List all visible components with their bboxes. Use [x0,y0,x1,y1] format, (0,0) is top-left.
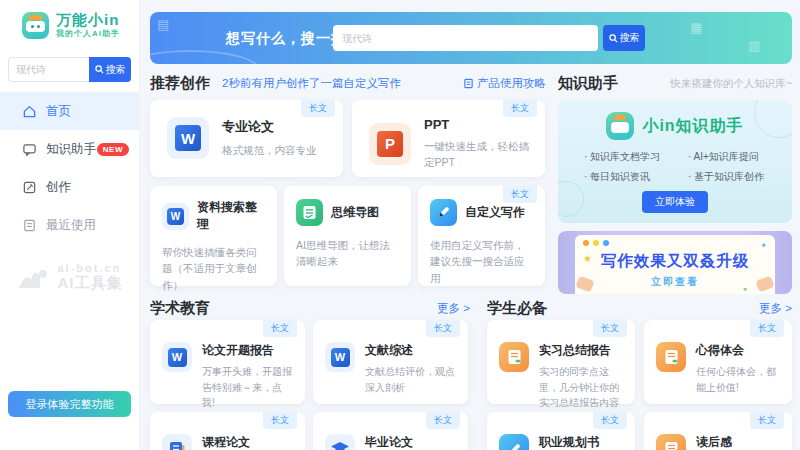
main-content: ▤ ▦ ▥ 想写什么，搜一搜 搜索 推荐创作 2秒前有用户创作了一篇自定义写作 … [140,0,800,450]
report-leaf-icon [656,342,686,372]
knowledge-title: 知识助手 [558,74,618,93]
app-logo[interactable]: 万能小in 我的个人AI助手 [0,0,139,49]
word-icon: W [325,342,355,372]
long-text-badge: 长文 [750,320,784,337]
promo-banner[interactable]: ★ ✦ ● 写作效果又双叒升级 立即查看 [558,231,792,294]
student-section-title: 学生必备 [487,299,547,318]
student-more-link[interactable]: 更多 > [759,301,792,316]
recommend-title: 推荐创作 [150,74,210,93]
try-now-button[interactable]: 立即体验 [642,191,708,213]
doc-deco-icon: ▥ [748,38,760,53]
login-button[interactable]: 登录体验完整功能 [8,391,131,417]
banner-prompt: 想写什么，搜一搜 [226,30,346,48]
long-text-badge: 长文 [503,186,537,203]
window-dots-icon [583,240,609,246]
home-icon [22,104,37,119]
promo-title: 写作效果又双叒升级 [575,251,775,272]
product-guide-link[interactable]: 产品使用攻略 [463,76,546,91]
search-icon [95,65,104,74]
knowledge-panel: 小in知识助手 知识库文档学习 AI+知识库提问 每日知识资讯 基于知识库创作 … [558,100,792,223]
sidebar-search-button[interactable]: 搜索 [89,57,131,82]
card-course-paper[interactable]: 长文 课程论文 格式规范、内容专业的课程 [150,412,305,450]
word-icon: W [162,203,189,230]
robot-icon [606,112,634,140]
word-icon: W [162,342,192,372]
card-internship-report[interactable]: 长文 实习总结报告 实习的同学点这里，几分钟让你的实习总结报告内容满满 [487,320,635,404]
sidebar-nav: 首页 知识助手 NEW 创作 最近使用 [0,92,139,244]
card-literature-review[interactable]: 长文 W 文献综述 文献总结评价，观点深入剖析 [313,320,468,404]
ppt-icon: P [369,123,411,165]
knowledge-subtitle: 快来搭建你的个人知识库~ [670,77,792,91]
graduation-cap-icon [325,434,355,450]
chat-icon [22,142,37,157]
activity-ticker: 2秒前有用户创作了一篇自定义写作 [222,76,401,91]
pen-icon [499,434,529,450]
report-leaf-icon [499,342,529,372]
doc-deco-icon: ▤ [157,17,169,32]
list-doc-icon [162,434,192,450]
feature-item: 知识库文档学习 [584,150,688,164]
long-text-badge: 长文 [593,320,627,337]
card-reflections[interactable]: 长文 心得体会 任何心得体会，都能上价值! [644,320,792,404]
card-custom-writing[interactable]: 长文 自定义写作 使用自定义写作前，建议先搜一搜合适应用 [418,186,545,286]
wave-deco [150,50,260,64]
long-text-badge: 长文 [263,412,297,429]
new-badge: NEW [97,143,129,156]
long-text-badge: 长文 [593,412,627,429]
promo-card: ★ ✦ ● 写作效果又双叒升级 立即查看 [575,235,775,294]
long-text-badge: 长文 [426,412,460,429]
long-text-badge: 长文 [426,320,460,337]
academic-section-title: 学术教育 [150,299,210,318]
robot-logo-icon [22,12,49,39]
knowledge-header: 知识助手 快来搭建你的个人知识库~ [558,74,792,93]
banner-search-button[interactable]: 搜索 [603,25,645,51]
card-professional-paper[interactable]: 长文 W 专业论文 格式规范，内容专业 [150,100,343,177]
card-book-review[interactable]: 长文 读后感 [644,412,792,450]
search-banner: ▤ ▦ ▥ 想写什么，搜一搜 搜索 [150,12,792,64]
knowledge-feature-list: 知识库文档学习 AI+知识库提问 每日知识资讯 基于知识库创作 [584,150,792,184]
sidebar-item-recent[interactable]: 最近使用 [0,206,139,244]
ppt-deco-icon: ▦ [690,20,702,35]
card-mindmap[interactable]: 思维导图 AI思维导图，让想法清晰起来 [284,186,411,286]
card-career-plan[interactable]: 长文 职业规划书 [487,412,635,450]
feature-item: 每日知识资讯 [584,170,688,184]
mindmap-icon [296,199,323,226]
long-text-badge: 长文 [750,412,784,429]
recommend-header: 推荐创作 2秒前有用户创作了一篇自定义写作 产品使用攻略 [150,74,546,93]
sidebar-item-home[interactable]: 首页 [0,92,139,130]
report-pencil-icon [656,434,686,450]
app-subtitle: 我的个人AI助手 [56,28,120,39]
knowledge-panel-title: 小in知识助手 [642,116,743,137]
guide-doc-icon [463,78,474,89]
academic-more-link[interactable]: 更多 > [437,301,470,316]
feature-item: AI+知识库提问 [688,150,792,164]
student-section-header: 学生必备 更多 > [487,299,792,318]
app-title: 万能小in [56,12,120,28]
sidebar-item-knowledge[interactable]: 知识助手 NEW [0,130,139,168]
sidebar-item-create[interactable]: 创作 [0,168,139,206]
card-ppt[interactable]: 长文 P PPT 一键快速生成，轻松搞定PPT [352,100,545,177]
long-text-badge: 长文 [263,320,297,337]
ai-bot-logo-icon [18,266,52,290]
sidebar: 万能小in 我的个人AI助手 搜索 首页 知识助手 NEW 创作 最近使用 [0,0,140,450]
academic-section-header: 学术教育 更多 > [150,299,470,318]
recent-icon [22,218,37,233]
long-text-badge: 长文 [503,100,537,117]
star-icon: ✦ [760,241,767,250]
search-icon [609,34,618,43]
card-thesis-proposal[interactable]: 长文 W 论文开题报告 万事开头难，开题报告特别难～来，点我! [150,320,305,404]
card-research-search[interactable]: W 资料搜索整理 帮你快速搞懂各类问题（不适用于文章创作） [150,186,277,286]
card-graduation-thesis[interactable]: 长文 毕业论文 格式规范、内容专业的毕业 [313,412,468,450]
promo-cta: 立即查看 [575,275,775,289]
word-icon: W [167,117,209,159]
sidebar-search: 搜索 [8,57,131,82]
feature-item: 基于知识库创作 [688,170,792,184]
watermark: ai-bot.cn AI工具集 [0,262,140,293]
sidebar-search-input[interactable] [8,57,89,82]
edit-icon [22,180,37,195]
long-text-badge: 长文 [301,100,335,117]
banner-search-input[interactable] [333,25,598,51]
pen-icon [430,199,457,226]
